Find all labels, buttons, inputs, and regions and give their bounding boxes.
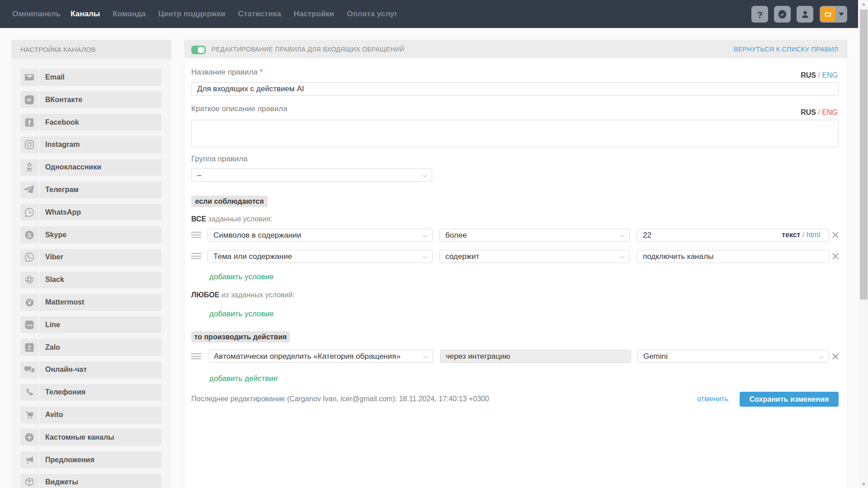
svg-text:?: ?	[757, 9, 763, 19]
svg-text:LINE: LINE	[26, 324, 33, 327]
svg-text:Z: Z	[28, 344, 31, 351]
